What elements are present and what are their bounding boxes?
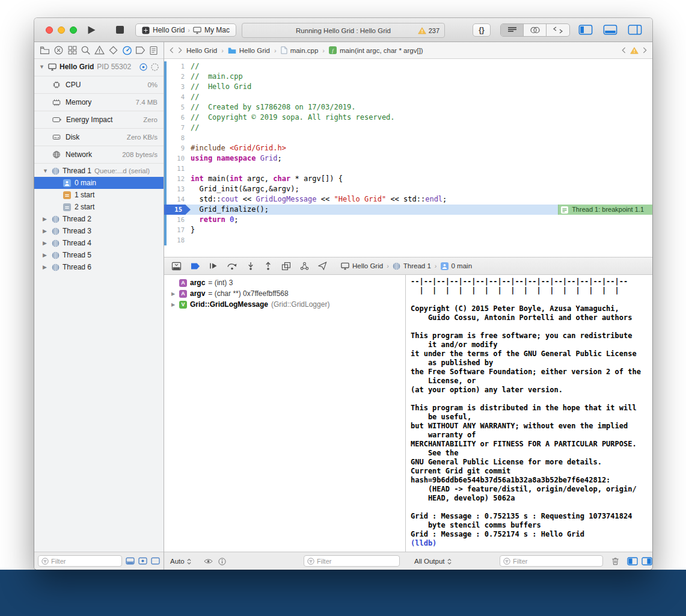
- thread-row[interactable]: ▶Thread 4: [34, 237, 164, 249]
- line-number[interactable]: 14: [164, 194, 191, 205]
- process-indicator-icon[interactable]: [139, 63, 147, 71]
- code-line[interactable]: 7//: [164, 123, 652, 133]
- code-line[interactable]: 6// Copyright © 2019 sopa. All rights re…: [164, 112, 652, 123]
- thread-row[interactable]: ▶Thread 2: [34, 213, 164, 225]
- navigator-panel-toggle[interactable]: [578, 25, 593, 35]
- step-over-icon[interactable]: [227, 262, 237, 270]
- disclosure-triangle-icon[interactable]: ▼: [43, 168, 49, 174]
- continue-icon[interactable]: [209, 262, 218, 270]
- code-line[interactable]: 4//: [164, 92, 652, 102]
- code-line[interactable]: 11: [164, 164, 652, 174]
- gauge-row-cpu[interactable]: CPU0%: [34, 76, 164, 94]
- process-row[interactable]: ▼ Hello Grid PID 55302: [34, 60, 164, 73]
- line-number[interactable]: 9: [164, 143, 191, 153]
- debug-breadcrumb-item[interactable]: 0 main: [441, 262, 473, 270]
- source-control-navigator-icon[interactable]: [54, 45, 64, 55]
- console-output-popup[interactable]: All Output: [414, 552, 452, 570]
- line-number[interactable]: 12: [164, 174, 191, 184]
- test-navigator-icon[interactable]: [108, 45, 118, 55]
- debug-navigator-icon[interactable]: [122, 45, 132, 55]
- thread-row[interactable]: ▼Thread 1Queue:...d (serial): [34, 165, 164, 177]
- code-line[interactable]: 8: [164, 133, 652, 143]
- filter-queue-icon[interactable]: [126, 557, 135, 565]
- console[interactable]: --|--|--|--|--|--|--|--|--|--|--|--|--|-…: [406, 275, 652, 552]
- gauge-row-energy-impact[interactable]: Energy ImpactZero: [34, 111, 164, 129]
- inspector-panel-toggle[interactable]: [628, 25, 642, 35]
- previous-issue-icon[interactable]: [622, 47, 626, 54]
- stop-button[interactable]: [116, 26, 124, 34]
- version-editor-button[interactable]: [547, 24, 569, 36]
- disclosure-triangle-icon[interactable]: ▶: [170, 291, 176, 297]
- info-icon[interactable]: [218, 552, 226, 570]
- line-number[interactable]: 4: [164, 92, 191, 102]
- line-number[interactable]: 11: [164, 164, 191, 174]
- line-number[interactable]: 2: [164, 72, 191, 82]
- disclosure-triangle-icon[interactable]: ▶: [43, 264, 49, 270]
- variable-row[interactable]: Aargc= (int) 3: [164, 277, 405, 288]
- jump-bar-item[interactable]: Hello Grid: [228, 47, 270, 54]
- code-line[interactable]: 17}: [164, 225, 652, 235]
- disclosure-triangle-icon[interactable]: ▶: [43, 252, 49, 258]
- line-number[interactable]: 8: [164, 133, 191, 143]
- line-number[interactable]: 18: [164, 235, 191, 245]
- forward-chevron-icon[interactable]: [178, 47, 182, 54]
- gauge-row-memory[interactable]: Memory7.4 MB: [34, 94, 164, 111]
- standard-editor-button[interactable]: [501, 24, 524, 36]
- breakpoints-toggle-icon[interactable]: [191, 262, 200, 270]
- disclosure-triangle-icon[interactable]: ▶: [43, 240, 49, 246]
- navigator-filter-field[interactable]: [38, 555, 122, 567]
- next-issue-icon[interactable]: [643, 47, 647, 54]
- thread-row[interactable]: ▶Thread 3: [34, 225, 164, 237]
- zoom-button[interactable]: [70, 26, 77, 34]
- line-number[interactable]: 5: [164, 102, 191, 112]
- thread-row[interactable]: ▶Thread 5: [34, 249, 164, 261]
- step-out-icon[interactable]: [264, 262, 272, 270]
- filter-flag-icon[interactable]: [151, 557, 160, 565]
- variables-view[interactable]: Aargc= (int) 3▶Aargv= (char **) 0x7ffeef…: [164, 275, 406, 552]
- report-navigator-icon[interactable]: [149, 46, 158, 55]
- variable-row[interactable]: ▶VGrid::GridLogMessage(Grid::GridLogger): [164, 299, 405, 310]
- line-number[interactable]: 13: [164, 184, 191, 194]
- debug-breadcrumb-item[interactable]: Thread 1: [393, 262, 431, 270]
- debug-area-toggle[interactable]: [603, 25, 617, 35]
- variables-filter-input[interactable]: [317, 558, 396, 565]
- variables-filter-field[interactable]: [304, 555, 400, 567]
- breakpoint-navigator-icon[interactable]: [135, 46, 145, 55]
- disclosure-triangle-icon[interactable]: ▶: [170, 302, 176, 307]
- find-navigator-icon[interactable]: [81, 45, 91, 55]
- run-button[interactable]: [87, 25, 96, 35]
- project-navigator-icon[interactable]: [40, 45, 50, 55]
- stack-frame-row[interactable]: 1 start: [34, 189, 164, 201]
- console-pane-toggle[interactable]: [642, 552, 652, 570]
- gauge-row-network[interactable]: Network208 bytes/s: [34, 146, 164, 164]
- symbol-navigator-icon[interactable]: [67, 45, 78, 55]
- process-memory-icon[interactable]: [151, 63, 159, 71]
- warning-badge[interactable]: 237: [418, 23, 439, 37]
- console-filter-field[interactable]: [500, 555, 603, 567]
- line-number[interactable]: 3: [164, 82, 191, 92]
- step-into-icon[interactable]: [247, 262, 255, 270]
- source-editor[interactable]: 1//2// main.cpp3// Hello Grid4//5// Crea…: [164, 59, 652, 257]
- line-number[interactable]: 1: [164, 61, 191, 72]
- debug-breadcrumb-item[interactable]: Hello Grid: [341, 262, 383, 270]
- trash-icon[interactable]: [611, 552, 619, 570]
- back-chevron-icon[interactable]: [170, 47, 174, 54]
- memory-graph-icon[interactable]: [300, 262, 309, 271]
- code-line[interactable]: 18: [164, 235, 652, 245]
- thread-row[interactable]: ▶Thread 6: [34, 261, 164, 273]
- variables-pane-toggle[interactable]: [627, 552, 638, 570]
- hide-debug-area-icon[interactable]: [171, 262, 182, 271]
- code-line[interactable]: 15 Grid_finalize();Thread 1: breakpoint …: [164, 205, 652, 215]
- filter-thread-icon[interactable]: [138, 557, 147, 565]
- view-hierarchy-icon[interactable]: [281, 262, 291, 271]
- stack-frame-row[interactable]: 0 main: [34, 177, 164, 189]
- line-number[interactable]: 16: [164, 215, 191, 225]
- breakpoint-marker[interactable]: 15: [164, 205, 191, 215]
- code-line[interactable]: 13 Grid_init(&argc,&argv);: [164, 184, 652, 194]
- disclosure-triangle-icon[interactable]: ▶: [43, 228, 49, 234]
- disclosure-triangle-icon[interactable]: ▼: [39, 64, 45, 70]
- quicklook-eye-icon[interactable]: [204, 552, 213, 570]
- navigator-filter-input[interactable]: [51, 558, 118, 565]
- jump-bar-item[interactable]: fmain(int argc, char * argv[]): [329, 46, 423, 54]
- warning-icon[interactable]: [630, 47, 639, 54]
